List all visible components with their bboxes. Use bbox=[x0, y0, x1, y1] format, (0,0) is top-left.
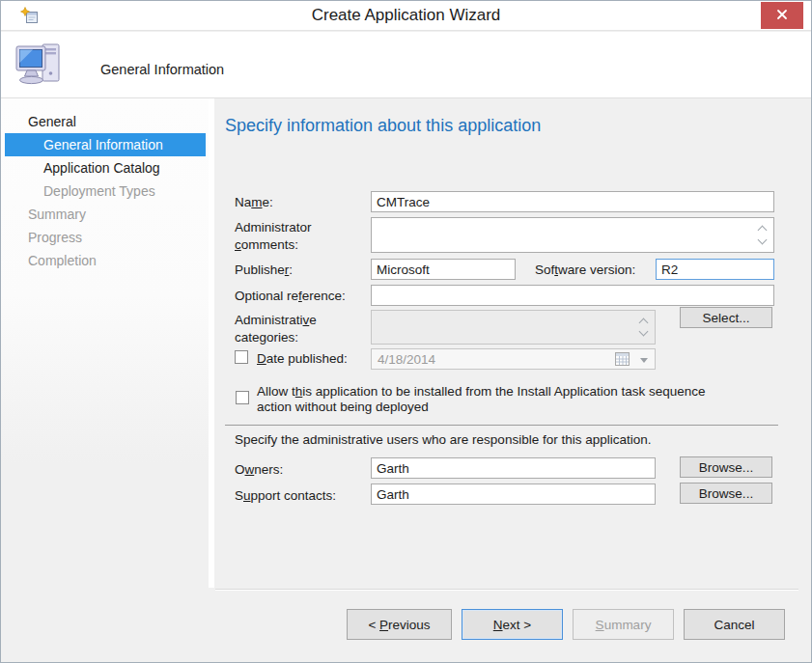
sidebar-item-general-information[interactable]: General Information bbox=[5, 133, 206, 156]
sidebar-item-progress: Progress bbox=[1, 226, 209, 249]
wizard-page-name: General Information bbox=[100, 62, 224, 77]
scroll-down-icon[interactable] bbox=[758, 235, 768, 245]
browse-support-contacts-button[interactable]: Browse... bbox=[680, 483, 772, 504]
admin-users-instruction: Specify the administrative users who are… bbox=[235, 432, 651, 447]
window-title: Create Application Wizard bbox=[1, 6, 811, 25]
footer-separator bbox=[215, 589, 798, 590]
admin-categories-label: Administrative categories: bbox=[235, 313, 317, 345]
page-heading: Specify information about this applicati… bbox=[225, 116, 541, 136]
optional-reference-input[interactable] bbox=[371, 285, 774, 306]
close-icon bbox=[776, 9, 788, 23]
date-published-input: 4/18/2014 bbox=[371, 348, 656, 370]
support-contacts-label: Support contacts: bbox=[235, 488, 336, 503]
cancel-button[interactable]: Cancel bbox=[684, 609, 785, 640]
owners-input[interactable] bbox=[371, 457, 656, 479]
select-categories-button[interactable]: Select... bbox=[680, 307, 772, 328]
allow-tasksequence-checkbox[interactable] bbox=[236, 391, 249, 404]
name-label: Name: bbox=[235, 195, 273, 209]
support-contacts-input[interactable] bbox=[371, 483, 656, 505]
owners-label: Owners: bbox=[235, 462, 283, 477]
admin-comments-input[interactable] bbox=[371, 217, 774, 253]
scroll-up-icon[interactable] bbox=[758, 226, 768, 235]
sidebar-item-general[interactable]: General bbox=[1, 110, 209, 133]
date-published-label: Date published: bbox=[257, 351, 348, 366]
next-button[interactable]: Next > bbox=[462, 609, 563, 640]
scroll-down-icon bbox=[639, 327, 649, 337]
dropdown-arrow-icon bbox=[640, 358, 648, 363]
publisher-input[interactable] bbox=[371, 259, 516, 280]
wizard-header: General Information bbox=[1, 32, 811, 98]
computer-workstation-icon bbox=[14, 40, 63, 90]
sidebar-item-application-catalog[interactable]: Application Catalog bbox=[1, 156, 209, 180]
software-version-label: Software version: bbox=[535, 262, 635, 277]
date-published-checkbox[interactable] bbox=[235, 350, 248, 364]
sidebar-divider bbox=[209, 98, 214, 662]
previous-button[interactable]: < Previous bbox=[347, 609, 452, 640]
browse-owners-button[interactable]: Browse... bbox=[680, 456, 772, 478]
close-button[interactable] bbox=[761, 2, 803, 29]
publisher-label: Publisher: bbox=[235, 262, 293, 277]
wizard-step-list: General General Information Application … bbox=[1, 98, 209, 662]
software-version-input[interactable] bbox=[656, 259, 774, 280]
calendar-icon bbox=[615, 352, 630, 369]
create-application-wizard-window: Create Application Wizard General Inform… bbox=[0, 0, 812, 663]
summary-button: Summary bbox=[573, 609, 674, 640]
admin-comments-label: Administrator comments: bbox=[235, 220, 312, 252]
allow-tasksequence-label: Allow this application to be installed f… bbox=[257, 384, 706, 415]
sidebar-item-deployment-types: Deployment Types bbox=[1, 180, 209, 203]
optional-reference-label: Optional reference: bbox=[235, 289, 346, 303]
name-input[interactable] bbox=[371, 191, 774, 212]
sidebar-item-summary: Summary bbox=[1, 203, 209, 226]
section-separator bbox=[225, 425, 778, 426]
sidebar-item-completion: Completion bbox=[1, 249, 209, 272]
admin-categories-input bbox=[371, 310, 656, 345]
titlebar: Create Application Wizard bbox=[1, 1, 811, 31]
